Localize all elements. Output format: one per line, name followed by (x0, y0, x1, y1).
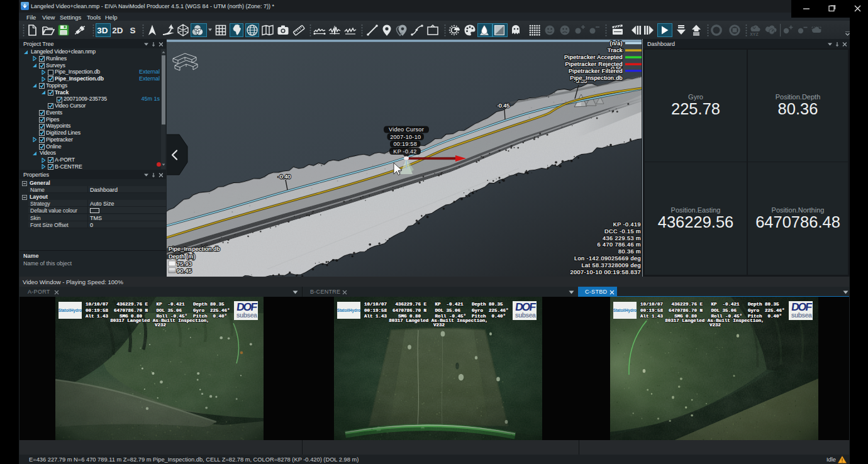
svg-text:Depth (m): Depth (m) (169, 253, 196, 260)
svg-text:S: S (130, 26, 135, 35)
svg-text:00:19:58 6470786.70 N DOL 3: 00:19:58 6470786.70 N DOL 35.06 Gyro 225… (640, 308, 785, 313)
svg-text:Pipe_Inspection.db: Pipe_Inspection.db (169, 246, 220, 252)
svg-text:80.36 m: 80.36 m (618, 248, 641, 255)
svg-text:Video Cursor: Video Cursor (389, 126, 424, 133)
svg-text:+: + (699, 24, 702, 30)
svg-text:StatoilHydro: StatoilHydro (337, 308, 361, 313)
svg-text:-0.40: -0.40 (278, 174, 291, 180)
svg-text:StatoilHydro: StatoilHydro (613, 308, 637, 313)
svg-text:90.45: 90.45 (177, 268, 192, 274)
svg-text:Lon -142.09025669 deg: Lon -142.09025669 deg (574, 255, 641, 262)
svg-text:V232: V232 (433, 323, 445, 328)
svg-text:Pipe_Inspection.db: Pipe_Inspection.db (570, 75, 623, 81)
svg-text:Pipetracker Accepted: Pipetracker Accepted (564, 54, 623, 60)
svg-text:V232: V232 (155, 323, 167, 328)
svg-text:DCC -0.15 m: DCC -0.15 m (604, 228, 641, 235)
svg-text:00:19:58 6470786.70 N DOL 3: 00:19:58 6470786.70 N DOL 35.06 Gyro 225… (364, 308, 509, 313)
svg-text:10/10/07 436229.76 E KP -: 10/10/07 436229.76 E KP -0.421 Depth 80.… (86, 302, 225, 307)
svg-text:subsea: subsea (515, 311, 536, 319)
svg-text:(n/a): (n/a) (609, 40, 623, 47)
svg-text:2007-10-10: 2007-10-10 (390, 134, 421, 140)
svg-text:subsea: subsea (791, 311, 812, 319)
svg-text:Track: Track (608, 47, 623, 53)
svg-text:-0.45: -0.45 (497, 102, 510, 109)
svg-text:KP -0.42: KP -0.42 (393, 148, 416, 155)
svg-text:Lat 58.37328009 deg: Lat 58.37328009 deg (581, 262, 641, 268)
svg-text:Pipetracker Rejected: Pipetracker Rejected (565, 61, 623, 67)
svg-text:StatoilHydro: StatoilHydro (58, 308, 82, 313)
svg-text:2D: 2D (112, 26, 123, 35)
svg-text:KP -0.419: KP -0.419 (613, 221, 641, 228)
svg-text:Pipetracker Filtered: Pipetracker Filtered (569, 68, 623, 74)
svg-text:436 229.53 m: 436 229.53 m (603, 235, 641, 241)
svg-text:XYZ: XYZ (750, 32, 759, 36)
svg-text:2007-10-10 00:19:58.837: 2007-10-10 00:19:58.837 (570, 269, 641, 275)
svg-text:subsea: subsea (236, 311, 257, 319)
svg-text:10/10/07 436229.76 E KP -: 10/10/07 436229.76 E KP -0.421 Depth 80.… (364, 302, 503, 307)
svg-text:00:19:58 6470786.70 N DOL 3: 00:19:58 6470786.70 N DOL 35.06 Gyro 225… (86, 308, 230, 313)
svg-text:75.93: 75.93 (177, 261, 192, 267)
svg-text:3D: 3D (97, 26, 108, 35)
svg-text:V232: V232 (709, 323, 721, 328)
svg-text:6 470 786.46 m: 6 470 786.46 m (597, 241, 641, 248)
svg-text:10/10/07 436229.76 E KP -: 10/10/07 436229.76 E KP -0.421 Depth 80.… (640, 302, 779, 307)
svg-text:00:19:58: 00:19:58 (394, 141, 417, 147)
